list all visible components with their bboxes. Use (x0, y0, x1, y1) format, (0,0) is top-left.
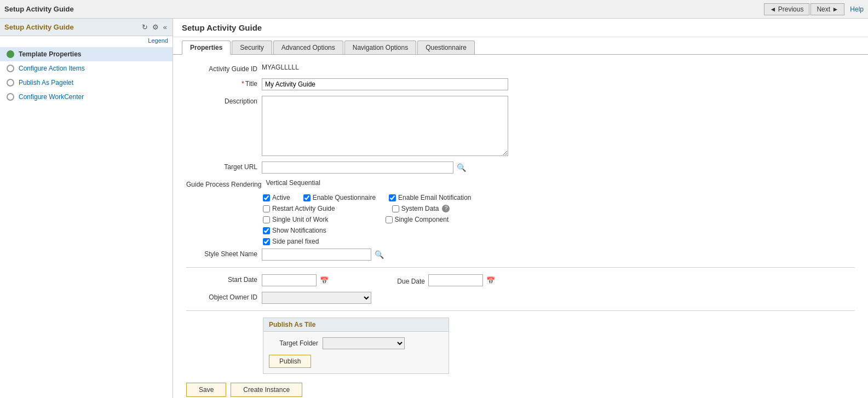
due-date-input[interactable] (428, 274, 483, 286)
step-icon-configure-workcenter (7, 93, 14, 101)
refresh-icon[interactable]: ↻ (141, 22, 149, 32)
main-title: Setup Activity Guide (173, 19, 868, 37)
form-area: Activity Guide ID MYAGLLLLL Title Descri… (173, 55, 868, 398)
enable-questionnaire-checkbox-item[interactable]: Enable Questionnaire (303, 194, 376, 201)
target-folder-select[interactable] (323, 337, 405, 349)
restart-activity-guide-checkbox-item[interactable]: Restart Activity Guide (263, 205, 335, 212)
publish-button[interactable]: Publish (269, 355, 311, 368)
tab-questionnaire[interactable]: Questionnaire (417, 41, 475, 54)
target-url-value: 🔍 (262, 161, 466, 174)
target-url-label: Target URL (186, 161, 257, 171)
side-panel-fixed-checkbox[interactable] (263, 238, 270, 245)
start-date-value: 📅 Due Date 📅 (262, 274, 495, 286)
publish-as-tile-box: Publish As Tile Target Folder Publish (263, 318, 449, 374)
enable-email-notification-checkbox[interactable] (389, 194, 396, 201)
object-owner-id-value (262, 292, 371, 304)
sidebar-legend[interactable]: Legend (0, 36, 173, 45)
tabs: Properties Security Advanced Options Nav… (173, 37, 868, 55)
sidebar-item-publish-as-pagelet[interactable]: Publish As Pagelet (0, 76, 173, 90)
create-instance-button[interactable]: Create Instance (231, 383, 302, 397)
sidebar-item-configure-action-items[interactable]: Configure Action Items (0, 61, 173, 76)
checkbox-row-1: Active Enable Questionnaire Enable Email… (263, 194, 855, 201)
single-unit-of-work-checkbox-item[interactable]: Single Unit of Work (263, 216, 329, 223)
dates-row: Start Date 📅 Due Date 📅 (186, 274, 855, 286)
main-content: Setup Activity Guide Properties Security… (173, 19, 868, 398)
active-label: Active (272, 194, 290, 201)
previous-button[interactable]: ◄ Previous (764, 3, 810, 15)
object-owner-id-label: Object Owner ID (186, 292, 257, 301)
style-sheet-search-icon[interactable]: 🔍 (375, 250, 384, 259)
activity-guide-id-value: MYAGLLLLL (262, 64, 299, 71)
checkboxes-section: Active Enable Questionnaire Enable Email… (263, 194, 855, 245)
single-unit-of-work-label: Single Unit of Work (272, 216, 329, 223)
sidebar-item-label-configure-action-items: Configure Action Items (19, 65, 85, 72)
checkbox-row-4: Show Notifications (263, 227, 855, 234)
sidebar-item-configure-workcenter[interactable]: Configure WorkCenter (0, 90, 173, 104)
nav-buttons: ◄ Previous Next ► Help (764, 3, 864, 15)
system-data-checkbox-item[interactable]: System Data ? (392, 205, 450, 212)
target-url-row: Target URL 🔍 (186, 161, 855, 174)
show-notifications-label: Show Notifications (272, 227, 326, 234)
object-owner-id-select[interactable] (262, 292, 371, 304)
sidebar-item-template-properties[interactable]: Template Properties (0, 47, 173, 61)
help-link[interactable]: Help (850, 5, 864, 13)
start-date-calendar-icon[interactable]: 📅 (320, 276, 329, 285)
enable-email-notification-checkbox-item[interactable]: Enable Email Notification (389, 194, 471, 201)
description-textarea[interactable] (262, 96, 508, 156)
guide-process-rendering-label: Guide Process Rendering (186, 179, 261, 188)
active-checkbox[interactable] (263, 194, 270, 201)
description-row: Description (186, 96, 855, 156)
publish-tile-body: Target Folder Publish (263, 332, 449, 373)
tab-security[interactable]: Security (232, 41, 272, 54)
activity-guide-id-row: Activity Guide ID MYAGLLLLL (186, 64, 855, 73)
side-panel-fixed-checkbox-item[interactable]: Side panel fixed (263, 238, 319, 245)
single-component-label: Single Component (395, 216, 449, 223)
single-unit-of-work-checkbox[interactable] (263, 216, 270, 223)
single-component-checkbox-item[interactable]: Single Component (386, 216, 449, 223)
target-url-input[interactable] (262, 161, 453, 174)
activity-guide-id-label: Activity Guide ID (186, 64, 257, 73)
bottom-buttons: Save Create Instance (186, 383, 855, 398)
style-sheet-name-value: 🔍 (262, 249, 384, 261)
tab-navigation-options[interactable]: Navigation Options (344, 41, 416, 54)
due-date-calendar-icon[interactable]: 📅 (486, 276, 495, 285)
enable-email-notification-label: Enable Email Notification (398, 194, 471, 201)
guide-process-rendering-row: Guide Process Rendering Vertical Sequent… (186, 179, 855, 188)
style-sheet-name-input[interactable] (262, 249, 371, 261)
step-icon-template-properties (7, 50, 14, 58)
active-checkbox-item[interactable]: Active (263, 194, 290, 201)
start-date-input[interactable] (262, 274, 317, 286)
single-component-checkbox[interactable] (386, 216, 393, 223)
restart-activity-guide-label: Restart Activity Guide (272, 205, 335, 212)
collapse-icon[interactable]: « (162, 22, 168, 32)
side-panel-fixed-label: Side panel fixed (272, 238, 319, 245)
title-input[interactable] (262, 78, 508, 90)
publish-btn-row: Publish (269, 355, 443, 368)
next-button[interactable]: Next ► (810, 3, 844, 15)
settings-icon[interactable]: ⚙ (151, 22, 160, 32)
style-sheet-name-label: Style Sheet Name (186, 249, 257, 258)
show-notifications-checkbox[interactable] (263, 227, 270, 234)
description-label: Description (186, 96, 257, 105)
checkbox-row-5: Side panel fixed (263, 238, 855, 245)
target-folder-label: Target Folder (269, 339, 318, 347)
target-folder-row: Target Folder (269, 337, 443, 349)
target-url-search-icon[interactable]: 🔍 (457, 163, 466, 172)
sidebar: Setup Activity Guide ↻ ⚙ « Legend Templa… (0, 19, 173, 398)
sidebar-header-title: Setup Activity Guide (4, 23, 74, 31)
top-bar: Setup Activity Guide ◄ Previous Next ► H… (0, 0, 868, 19)
sidebar-item-label-template-properties: Template Properties (19, 50, 81, 58)
checkbox-row-2: Restart Activity Guide System Data ? (263, 205, 855, 212)
divider-1 (186, 267, 855, 268)
title-value (262, 78, 508, 90)
restart-activity-guide-checkbox[interactable] (263, 205, 270, 212)
sidebar-header-icons: ↻ ⚙ « (141, 22, 168, 32)
system-data-help-icon[interactable]: ? (442, 205, 450, 212)
show-notifications-checkbox-item[interactable]: Show Notifications (263, 227, 326, 234)
system-data-checkbox[interactable] (392, 205, 399, 212)
sidebar-item-label-publish-as-pagelet: Publish As Pagelet (19, 79, 73, 86)
tab-advanced-options[interactable]: Advanced Options (273, 41, 343, 54)
save-button[interactable]: Save (186, 383, 226, 397)
tab-properties[interactable]: Properties (182, 41, 231, 55)
enable-questionnaire-checkbox[interactable] (303, 194, 311, 201)
